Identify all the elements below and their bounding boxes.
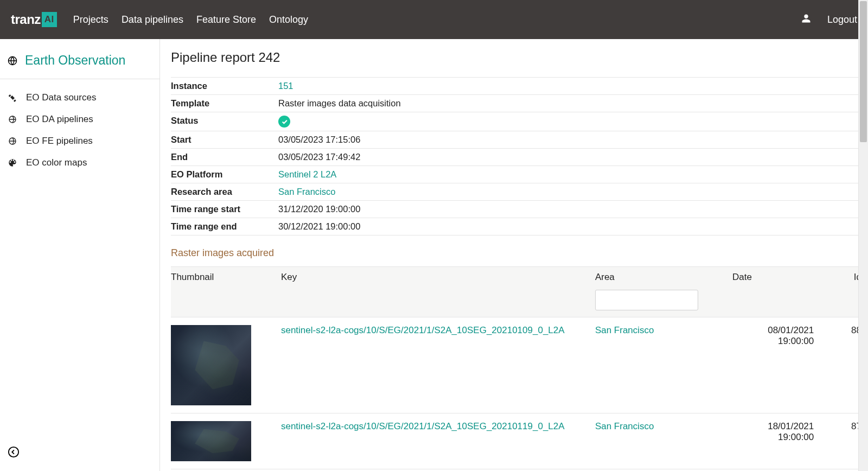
info-row-eo-platform: EO Platform Sentinel 2 L2A	[171, 166, 868, 183]
nav-link-feature-store[interactable]: Feature Store	[196, 14, 256, 26]
table-header-date[interactable]: Date	[732, 267, 837, 288]
top-navbar: tranzAI Projects Data pipelines Feature …	[0, 0, 868, 39]
info-row-template: Template Raster images data acquisition	[171, 95, 868, 112]
table-row: sentinel-s2-l2a-cogs/10/S/EG/2021/1/S2A_…	[171, 317, 868, 413]
info-label: EO Platform	[171, 166, 278, 183]
nav-link-projects[interactable]: Projects	[73, 14, 108, 26]
sidebar-item-data-sources[interactable]: EO Data sources	[0, 87, 159, 109]
sidebar-item-fe-pipelines[interactable]: EO FE pipelines	[0, 130, 159, 152]
table-header-area[interactable]: Area	[595, 267, 732, 288]
raster-images-table: Thumbnail Key Area Date Id	[171, 266, 868, 469]
user-icon[interactable]	[801, 14, 811, 26]
section-heading-raster-images: Raster images acquired	[171, 236, 868, 266]
info-value: 31/12/2020 19:00:00	[278, 201, 868, 218]
sidebar-items: EO Data sources EO DA pipelines EO FE pi…	[0, 79, 159, 181]
logo[interactable]: tranzAI	[11, 12, 57, 27]
info-row-status: Status	[171, 112, 868, 131]
thumbnail-cell	[171, 413, 281, 469]
thumbnail-image[interactable]	[171, 325, 251, 405]
svg-point-3	[9, 447, 18, 457]
sidebar-item-label: EO Data sources	[26, 92, 96, 103]
info-row-research-area: Research area San Francisco	[171, 183, 868, 201]
info-label: Instance	[171, 78, 278, 95]
sidebar-item-color-maps[interactable]: EO color maps	[0, 152, 159, 174]
key-link[interactable]: sentinel-s2-l2a-cogs/10/S/EG/2021/1/S2A_…	[281, 421, 565, 431]
key-link[interactable]: sentinel-s2-l2a-cogs/10/S/EG/2021/1/S2A_…	[281, 325, 565, 335]
info-row-time-range-start: Time range start 31/12/2020 19:00:00	[171, 201, 868, 218]
sidebar-item-label: EO color maps	[26, 157, 87, 168]
logo-suffix: AI	[42, 12, 57, 27]
info-value: Raster images data acquisition	[278, 95, 868, 112]
info-value	[278, 112, 868, 131]
info-label: Time range start	[171, 201, 278, 218]
info-row-start: Start 03/05/2023 17:15:06	[171, 131, 868, 149]
table-header-key[interactable]: Key	[281, 267, 595, 288]
globe-icon	[8, 56, 17, 66]
main-content: Pipeline report 242 Instance 151 Templat…	[160, 39, 868, 471]
info-row-time-range-end: Time range end 30/12/2021 19:00:00	[171, 218, 868, 236]
nav-link-ontology[interactable]: Ontology	[269, 14, 308, 26]
sidebar-title: Earth Observation	[25, 53, 125, 68]
page-title: Pipeline report 242	[171, 50, 868, 65]
logo-text: tranz	[11, 12, 41, 27]
nav-link-data-pipelines[interactable]: Data pipelines	[122, 14, 183, 26]
info-value: 03/05/2023 17:49:42	[278, 149, 868, 166]
thumbnail-image[interactable]	[171, 421, 251, 461]
sidebar-item-label: EO DA pipelines	[26, 114, 93, 125]
id-cell: 87	[837, 413, 868, 469]
id-cell: 88	[837, 317, 868, 413]
info-value: 30/12/2021 19:00:00	[278, 218, 868, 236]
area-link[interactable]: San Francisco	[595, 325, 654, 335]
area-link[interactable]: San Francisco	[595, 421, 654, 431]
eo-platform-link[interactable]: Sentinel 2 L2A	[278, 169, 336, 179]
table-header-row: Thumbnail Key Area Date Id	[171, 267, 868, 288]
logout-link[interactable]: Logout	[827, 14, 857, 26]
info-value: 03/05/2023 17:15:06	[278, 131, 868, 149]
table-row: sentinel-s2-l2a-cogs/10/S/EG/2021/1/S2A_…	[171, 413, 868, 469]
sidebar-header[interactable]: Earth Observation	[0, 39, 159, 79]
globe-arrow-icon	[8, 114, 17, 124]
info-row-instance: Instance 151	[171, 78, 868, 95]
table-header-thumbnail[interactable]: Thumbnail	[171, 267, 281, 288]
date-cell: 18/01/2021 19:00:00	[732, 413, 837, 469]
info-label: End	[171, 149, 278, 166]
date-cell: 08/01/2021 19:00:00	[732, 317, 837, 413]
info-row-end: End 03/05/2023 17:49:42	[171, 149, 868, 166]
status-success-icon	[278, 116, 290, 128]
info-label: Research area	[171, 183, 278, 201]
area-filter-input[interactable]	[595, 290, 698, 310]
table-filter-row	[171, 288, 868, 317]
layout: Earth Observation EO Data sources EO DA …	[0, 39, 868, 471]
research-area-link[interactable]: San Francisco	[278, 187, 335, 196]
globe-arrow-icon	[8, 136, 17, 146]
thumbnail-cell	[171, 317, 281, 413]
table-header-id[interactable]: Id	[837, 267, 868, 288]
instance-link[interactable]: 151	[278, 81, 293, 91]
info-label: Status	[171, 112, 278, 131]
nav-links: Projects Data pipelines Feature Store On…	[73, 14, 801, 26]
sidebar: Earth Observation EO Data sources EO DA …	[0, 39, 160, 471]
satellite-icon	[8, 93, 17, 103]
info-label: Time range end	[171, 218, 278, 236]
info-label: Start	[171, 131, 278, 149]
palette-icon	[8, 158, 17, 168]
nav-right: Logout	[801, 14, 857, 26]
info-label: Template	[171, 95, 278, 112]
sidebar-item-da-pipelines[interactable]: EO DA pipelines	[0, 109, 159, 130]
sidebar-collapse-button[interactable]	[8, 446, 20, 460]
sidebar-item-label: EO FE pipelines	[26, 136, 93, 147]
info-table: Instance 151 Template Raster images data…	[171, 77, 868, 236]
